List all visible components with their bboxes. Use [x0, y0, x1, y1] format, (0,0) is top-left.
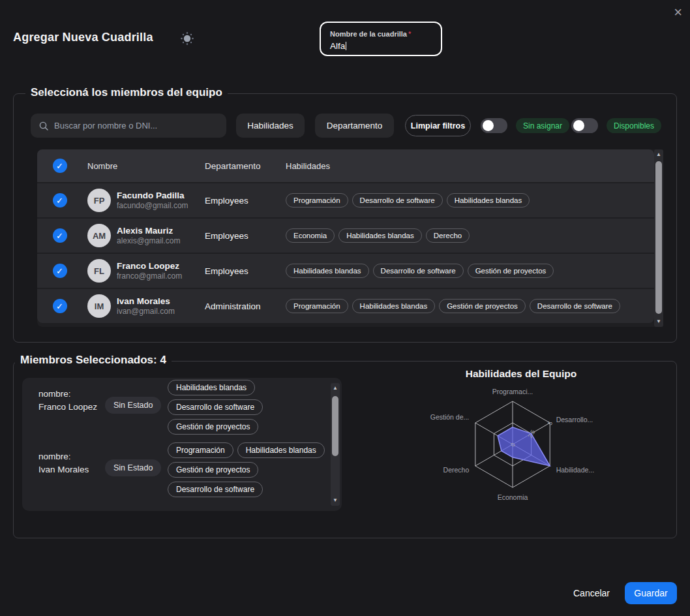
- member-department: Administration: [205, 301, 286, 311]
- radar-chart: Programaci...Desarrollo...Habilidade...E…: [365, 381, 678, 526]
- member-selection-panel: Seleccioná los miembros del equipo Habil…: [13, 93, 677, 343]
- selected-section-heading: Miembros Seleccionados: 4: [15, 354, 172, 367]
- text-caret: [346, 42, 346, 50]
- search-input-wrapper[interactable]: [31, 114, 226, 138]
- skill-chip: Gestión de proyectos: [168, 419, 258, 435]
- table-header-row: ✓ Nombre Departamento Habilidades: [37, 149, 654, 182]
- svg-text:Gestión de...: Gestión de...: [430, 413, 470, 421]
- row-checkbox[interactable]: ✓: [53, 193, 67, 208]
- skill-chip: Programación: [168, 442, 233, 458]
- svg-text:Desarrollo...: Desarrollo...: [556, 416, 593, 424]
- skill-chip: Habilidades blandas: [286, 264, 369, 278]
- table-row[interactable]: ✓ FL Franco Loopez franco@gmail.com Empl…: [37, 254, 654, 288]
- table-scrollbar[interactable]: ▲ ▼: [654, 149, 663, 327]
- scrollbar-thumb[interactable]: [332, 396, 338, 456]
- available-toggle[interactable]: [571, 118, 598, 133]
- selected-member-name: Ivan Morales: [38, 465, 89, 474]
- scroll-down-icon[interactable]: ▼: [654, 317, 663, 326]
- svg-text:5: 5: [547, 420, 554, 426]
- cancel-button[interactable]: Cancelar: [570, 583, 613, 603]
- scroll-down-icon[interactable]: ▼: [331, 496, 340, 505]
- member-department: Employees: [205, 196, 286, 206]
- row-checkbox[interactable]: ✓: [53, 228, 67, 243]
- member-department: Employees: [205, 231, 286, 241]
- skill-chip: Desarrollo de software: [373, 264, 464, 278]
- skill-chip: Economia: [286, 228, 335, 243]
- close-icon[interactable]: ×: [674, 5, 682, 20]
- skill-chip: Programación: [286, 299, 348, 313]
- name-label: nombre:: [38, 452, 71, 461]
- skill-chip: Gestión de proyectos: [168, 462, 258, 478]
- table-row[interactable]: ✓ FP Facundo Padilla facundo@gmail.com E…: [37, 183, 654, 217]
- save-button[interactable]: Guardar: [625, 582, 677, 604]
- member-name: Alexis Mauriz: [117, 225, 181, 236]
- selected-member-item: nombre:Franco Loopez Sin Estado Habilida…: [22, 378, 329, 441]
- skills-filter-button[interactable]: Habilidades: [236, 114, 305, 138]
- available-badge: Disponibles: [607, 118, 661, 133]
- table-row[interactable]: ✓ AM Alexis Mauriz alexis@gmail.com Empl…: [37, 219, 654, 253]
- table-row[interactable]: ✓ IM Ivan Morales ivan@gmail.com Adminis…: [37, 289, 654, 323]
- skill-chip: Gestión de proyectos: [468, 264, 554, 278]
- skill-chip: Desarrollo de software: [168, 482, 263, 497]
- skill-chip: Habilidades blandas: [338, 228, 422, 243]
- skill-chip: Habilidades blandas: [168, 380, 255, 395]
- avatar: AM: [87, 224, 111, 247]
- members-section-heading: Seleccioná los miembros del equipo: [25, 86, 228, 99]
- scroll-up-icon[interactable]: ▲: [654, 150, 663, 159]
- clear-filters-button[interactable]: Limpiar filtros: [405, 115, 471, 136]
- toggle-knob: [573, 120, 584, 131]
- svg-text:Derecho: Derecho: [443, 466, 470, 474]
- page-title: Agregar Nueva Cuadrilla: [13, 31, 153, 44]
- member-name: Ivan Morales: [117, 296, 175, 307]
- svg-text:Economia: Economia: [498, 493, 528, 501]
- column-header-name: Nombre: [87, 161, 117, 171]
- member-email: facundo@gmail.com: [117, 201, 188, 211]
- skill-chip: Habilidades blandas: [237, 442, 325, 458]
- select-all-checkbox[interactable]: ✓: [53, 159, 67, 173]
- scroll-up-icon[interactable]: ▲: [331, 384, 340, 393]
- skill-chip: Desarrollo de software: [530, 299, 620, 313]
- crew-name-field[interactable]: Nombre de la cuadrilla* Alfa: [320, 22, 442, 56]
- member-email: alexis@gmail.com: [117, 236, 181, 246]
- skill-chip: Habilidades blandas: [447, 193, 530, 208]
- skill-chip: Desarrollo de software: [352, 193, 443, 208]
- crew-name-label: Nombre de la cuadrilla: [330, 30, 407, 38]
- required-asterisk: *: [408, 30, 411, 38]
- member-department: Employees: [205, 266, 286, 276]
- member-email: ivan@gmail.com: [117, 307, 175, 316]
- row-checkbox[interactable]: ✓: [53, 299, 67, 313]
- row-checkbox[interactable]: ✓: [53, 264, 67, 278]
- toggle-knob: [483, 120, 494, 131]
- status-badge: Sin Estado: [105, 459, 161, 476]
- crew-name-value[interactable]: Alfa: [330, 41, 345, 51]
- members-table: ✓ Nombre Departamento Habilidades ✓ FP F…: [37, 149, 663, 327]
- status-badge: Sin Estado: [105, 397, 161, 414]
- member-name: Franco Loopez: [117, 260, 182, 271]
- department-filter-button[interactable]: Departamento: [315, 114, 394, 138]
- search-icon: [38, 121, 49, 131]
- selected-members-panel: Miembros Seleccionados: 4 nombre:Franco …: [13, 361, 677, 538]
- team-skills-chart: Habilidades del Equipo Programaci...Desa…: [365, 368, 678, 531]
- skill-chip: Programación: [286, 193, 348, 208]
- theme-sun-icon[interactable]: [180, 31, 194, 46]
- unassigned-badge: Sin asignar: [516, 118, 569, 133]
- member-email: franco@gmail.com: [117, 271, 182, 281]
- avatar: FP: [87, 189, 111, 212]
- chart-title: Habilidades del Equipo: [365, 368, 678, 380]
- list-scrollbar[interactable]: ▲ ▼: [331, 383, 340, 506]
- avatar: IM: [87, 294, 111, 318]
- column-header-skills: Habilidades: [286, 161, 654, 171]
- selected-members-list: nombre:Franco Loopez Sin Estado Habilida…: [22, 378, 342, 511]
- skill-chip: Desarrollo de software: [168, 399, 263, 415]
- avatar: FL: [87, 259, 111, 283]
- scrollbar-thumb[interactable]: [655, 161, 662, 314]
- search-input[interactable]: [54, 121, 218, 131]
- svg-text:Habilidade...: Habilidade...: [556, 466, 594, 474]
- skill-chip: Gestión de proyectos: [439, 299, 526, 313]
- name-label: nombre:: [38, 389, 71, 399]
- skill-chip: Derecho: [426, 228, 470, 243]
- svg-text:Programaci...: Programaci...: [492, 388, 533, 395]
- selected-member-name: Franco Loopez: [38, 402, 97, 412]
- selected-member-item: nombre:Ivan Morales Sin Estado Programac…: [22, 441, 329, 504]
- unassigned-toggle[interactable]: [481, 118, 507, 133]
